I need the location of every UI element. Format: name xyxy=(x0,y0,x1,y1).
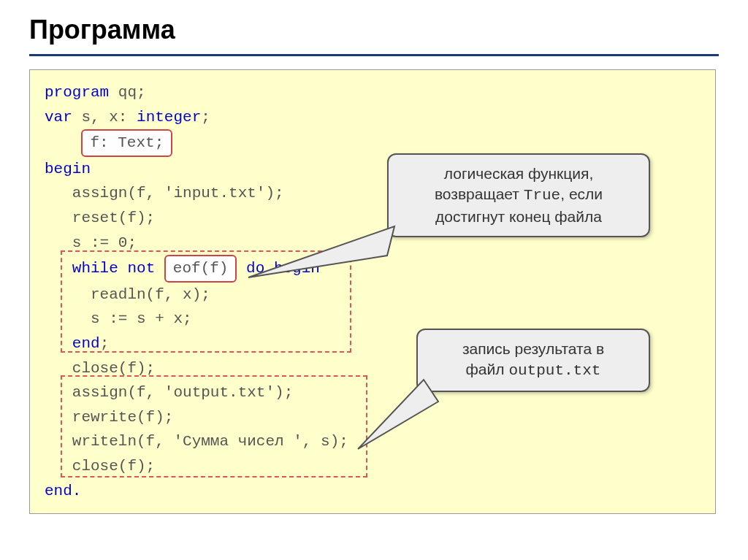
code-text: s, x: xyxy=(72,109,137,126)
page-title: Программа xyxy=(29,15,719,45)
callout-pointer-icon xyxy=(358,380,446,453)
code-text: s := s + x; xyxy=(45,307,701,331)
kw-begin: begin xyxy=(45,161,91,177)
callout-output: запись результата в файл output.txt xyxy=(416,329,650,392)
kw-end: end xyxy=(72,335,100,352)
callout-text: запись результата в xyxy=(431,339,636,359)
highlight-eof: eof(f) xyxy=(164,255,237,283)
code-text xyxy=(45,260,72,277)
code-text: qq; xyxy=(109,84,145,101)
callout-pointer-icon xyxy=(248,226,402,285)
title-divider xyxy=(29,54,719,56)
callout-mono: output.txt xyxy=(508,362,600,379)
kw-end-final: end. xyxy=(45,483,81,499)
svg-marker-1 xyxy=(358,380,438,449)
callout-eof: логическая функция, возвращает True, есл… xyxy=(387,153,650,237)
code-text: ; xyxy=(100,335,110,352)
code-text: ; xyxy=(201,109,210,126)
callout-mono: True xyxy=(524,187,560,204)
code-text: readln(f, x); xyxy=(45,283,701,307)
svg-marker-0 xyxy=(248,226,394,277)
code-text: close(f); xyxy=(45,454,701,479)
kw-program: program xyxy=(45,84,109,101)
callout-text: достигнут конец файла xyxy=(402,207,636,227)
callout-text: логическая функция, xyxy=(402,164,636,184)
kw-integer: integer xyxy=(137,109,201,126)
kw-var: var xyxy=(45,109,72,126)
highlight-f-text: f: Text; xyxy=(81,129,172,157)
kw-while-not: while not xyxy=(72,260,155,277)
